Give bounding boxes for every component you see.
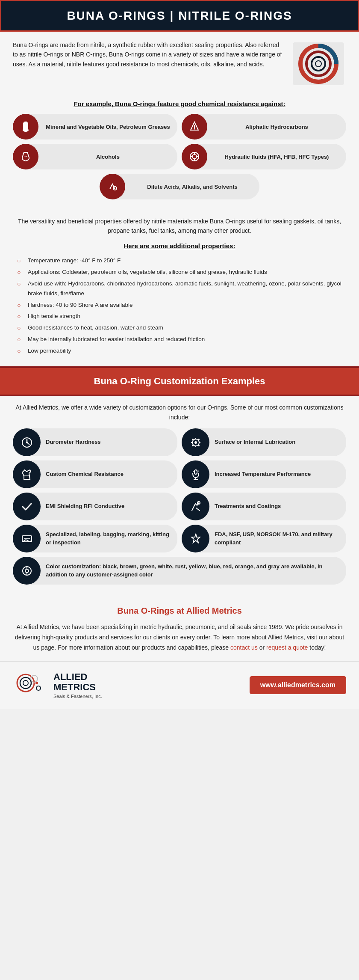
prop-item-8: Low permeability bbox=[17, 346, 346, 356]
svg-point-21 bbox=[26, 442, 28, 443]
customization-header: Buna O-Ring Customization Examples bbox=[0, 368, 359, 395]
svg-point-48 bbox=[23, 680, 28, 686]
footer-website[interactable]: www.alliedmetrics.com bbox=[250, 676, 346, 694]
custom-icon-3 bbox=[13, 460, 41, 488]
custom-icon-7 bbox=[13, 525, 41, 552]
svg-point-7 bbox=[23, 128, 29, 132]
custom-item-7: Specialized, labeling, bagging, marking,… bbox=[13, 525, 177, 552]
chem-label-1: Mineral and Vegetable Oils, Petroleum Gr… bbox=[38, 124, 177, 130]
allied-section: Buna O-Rings at Allied Metrics At Allied… bbox=[0, 597, 359, 661]
custom-icon-4 bbox=[182, 460, 209, 488]
logo-icon bbox=[13, 670, 47, 700]
svg-line-37 bbox=[198, 471, 199, 472]
chem-item-5: Dilute Acids, Alkalis, and Solvents bbox=[100, 174, 259, 199]
custom-item-1: Durometer Hardness bbox=[13, 428, 177, 456]
chem-grid: Mineral and Vegetable Oils, Petroleum Gr… bbox=[13, 114, 346, 169]
svg-rect-5 bbox=[23, 122, 28, 129]
chem-label-4: Hydraulic fluids (HFA, HFB, HFC Types) bbox=[207, 154, 346, 160]
svg-point-47 bbox=[20, 677, 31, 689]
svg-point-10 bbox=[194, 128, 195, 130]
chem-icon-4 bbox=[182, 144, 207, 169]
prop-item-4: Hardness: 40 to 90 Shore A are available bbox=[17, 300, 346, 310]
footer-logo-text-block: ALLIED METRICS Seals & Fasteners, Inc. bbox=[53, 672, 102, 698]
custom-item-4: Increased Temperature Performance bbox=[182, 460, 346, 488]
chem-icon-2 bbox=[182, 114, 207, 140]
custom-item-full: Color customization: black, brown, green… bbox=[13, 557, 346, 585]
prop-item-1: Temperature range: -40° F to 250° F bbox=[17, 256, 346, 266]
properties-intro: The versatility and beneficial propertie… bbox=[13, 217, 346, 236]
chem-label-3: Alcohols bbox=[38, 154, 177, 160]
intro-section: Buna O-rings are made from nitrile, a sy… bbox=[0, 32, 359, 96]
svg-point-51 bbox=[35, 682, 38, 684]
svg-point-50 bbox=[36, 686, 41, 690]
quote-link[interactable]: request a quote bbox=[266, 644, 308, 651]
chem-title: For example, Buna O-rings feature good c… bbox=[13, 100, 346, 107]
custom-item-8: FDA, NSF, USP, NORSOK M-170, and militar… bbox=[182, 525, 346, 552]
svg-marker-41 bbox=[191, 534, 200, 543]
contact-link[interactable]: contact us bbox=[230, 644, 258, 651]
allied-title: Buna O-Rings at Allied Metrics bbox=[13, 606, 346, 616]
customization-grid: Durometer Hardness Surface or Interna bbox=[13, 428, 346, 552]
customization-title: Buna O-Ring Customization Examples bbox=[9, 376, 350, 387]
allied-middle-text: or bbox=[259, 644, 266, 651]
svg-point-31 bbox=[198, 445, 200, 446]
svg-point-23 bbox=[194, 441, 197, 444]
custom-label-8: FDA, NSF, USP, NORSOK M-170, and militar… bbox=[209, 531, 346, 546]
custom-label-4: Increased Temperature Performance bbox=[209, 470, 346, 478]
chem-icon-5 bbox=[100, 174, 125, 199]
customization-section: At Allied Metrics, we offer a wide varie… bbox=[0, 396, 359, 597]
oring-image bbox=[291, 40, 346, 87]
custom-label-2: Surface or Internal Lubrication bbox=[209, 438, 346, 446]
prop-item-2: Applications: Coldwater, petroleum oils,… bbox=[17, 267, 346, 277]
intro-text: Buna O-rings are made from nitrile, a sy… bbox=[13, 40, 282, 69]
chem-section: For example, Buna O-rings feature good c… bbox=[0, 96, 359, 208]
custom-label-5: EMI Shielding RFI Conductive bbox=[41, 502, 177, 510]
custom-item-5: EMI Shielding RFI Conductive bbox=[13, 493, 177, 520]
allied-text: At Allied Metrics, we have been speciali… bbox=[13, 622, 346, 653]
allied-end-text: today! bbox=[309, 644, 326, 651]
svg-point-29 bbox=[198, 439, 200, 440]
chem-icon-1 bbox=[13, 114, 38, 140]
svg-rect-6 bbox=[24, 122, 27, 123]
properties-section: The versatility and beneficial propertie… bbox=[0, 208, 359, 366]
properties-title: Here are some additional properties: bbox=[13, 242, 346, 249]
svg-rect-33 bbox=[194, 470, 197, 474]
footer: ALLIED METRICS Seals & Fasteners, Inc. w… bbox=[0, 661, 359, 709]
footer-logo-line1: ALLIED bbox=[53, 672, 102, 682]
svg-point-43 bbox=[25, 569, 29, 573]
custom-icon-8 bbox=[182, 525, 209, 552]
page-header: BUNA O-RINGS | NITRILE O-RINGS bbox=[0, 0, 359, 32]
svg-point-28 bbox=[192, 439, 194, 440]
prop-item-7: May be internally lubricated for easier … bbox=[17, 335, 346, 344]
chem-item-4: Hydraulic fluids (HFA, HFB, HFC Types) bbox=[182, 144, 346, 169]
properties-list: Temperature range: -40° F to 250° F Appl… bbox=[13, 256, 346, 356]
custom-icon-1 bbox=[13, 428, 41, 456]
svg-point-30 bbox=[192, 445, 194, 446]
footer-logo: ALLIED METRICS Seals & Fasteners, Inc. bbox=[13, 670, 102, 700]
chem-item-1: Mineral and Vegetable Oils, Petroleum Gr… bbox=[13, 114, 177, 140]
custom-label-3: Custom Chemical Resistance bbox=[41, 470, 177, 478]
footer-logo-sub: Seals & Fasteners, Inc. bbox=[53, 694, 102, 699]
custom-icon-6 bbox=[182, 493, 209, 520]
custom-icon-2 bbox=[182, 428, 209, 456]
custom-item-6: Treatments and Coatings bbox=[182, 493, 346, 520]
chem-icon-3 bbox=[13, 144, 38, 169]
svg-point-12 bbox=[192, 154, 197, 159]
custom-item-3: Custom Chemical Resistance bbox=[13, 460, 177, 488]
svg-line-36 bbox=[193, 471, 194, 472]
custom-item-2: Surface or Internal Lubrication bbox=[182, 428, 346, 456]
prop-item-6: Good resistances to heat, abrasion, wate… bbox=[17, 323, 346, 333]
chem-label-5: Dilute Acids, Alkalis, and Solvents bbox=[125, 184, 259, 190]
custom-icon-5 bbox=[13, 493, 41, 520]
prop-item-5: High tensile strength bbox=[17, 312, 346, 321]
chem-item-2: Aliphatic Hydrocarbons bbox=[182, 114, 346, 140]
custom-label-6: Treatments and Coatings bbox=[209, 502, 346, 510]
footer-logo-line2: METRICS bbox=[53, 682, 102, 692]
custom-label-full: Color customization: black, brown, green… bbox=[41, 563, 346, 578]
prop-item-3: Avoid use with: Hydrocarbons, chlorinate… bbox=[17, 279, 346, 299]
chem-item-3: Alcohols bbox=[13, 144, 177, 169]
customization-header-wrapper: Buna O-Ring Customization Examples bbox=[0, 366, 359, 396]
custom-label-7: Specialized, labeling, bagging, marking,… bbox=[41, 531, 177, 546]
custom-label-1: Durometer Hardness bbox=[41, 438, 177, 446]
chem-label-2: Aliphatic Hydrocarbons bbox=[207, 124, 346, 130]
